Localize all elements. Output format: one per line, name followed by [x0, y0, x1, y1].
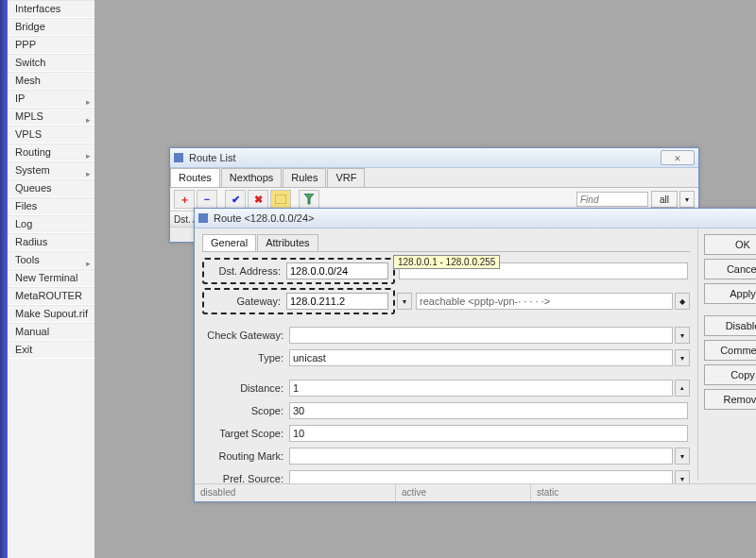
dialog-button-column: OK Cancel Apply Disable Comment Copy Rem… — [697, 228, 756, 480]
gateway-dropdown-toggle[interactable]: ▾ — [397, 293, 412, 310]
filter-button[interactable] — [299, 190, 319, 209]
type-dropdown[interactable]: ▾ — [675, 349, 690, 366]
distance-spinner[interactable]: ▴ — [675, 380, 690, 397]
label-distance: Distance: — [202, 382, 289, 394]
sidebar-item-label: Mesh — [15, 75, 41, 86]
row-routing-mark: Routing Mark: ▾ — [202, 447, 690, 465]
check-gateway-dropdown[interactable]: ▾ — [675, 327, 690, 344]
sidebar-item-make-supout[interactable]: Make Supout.rif — [8, 305, 94, 323]
row-gateway: Gateway: ▾ reachable <pptp-vpn-· · · · ·… — [202, 288, 690, 314]
sidebar-item-routing[interactable]: Routing▸ — [8, 144, 94, 161]
sidebar-item-log[interactable]: Log — [8, 215, 94, 233]
type-select[interactable]: unicast — [289, 349, 673, 366]
sidebar-item-files[interactable]: Files — [8, 197, 94, 215]
ok-button[interactable]: OK — [704, 234, 756, 255]
tab-vrf[interactable]: VRF — [327, 168, 365, 187]
sidebar-item-ppp[interactable]: PPP — [8, 36, 94, 54]
distance-input[interactable]: 1 — [289, 380, 673, 397]
sidebar-item-system[interactable]: System▸ — [8, 161, 94, 179]
sidebar-item-queues[interactable]: Queues — [8, 179, 94, 197]
sidebar-item-label: Radius — [15, 236, 47, 247]
enable-button[interactable]: ✔ — [225, 190, 246, 209]
tab-attributes[interactable]: Attributes — [257, 234, 318, 251]
sidebar-item-label: MetaROUTER — [15, 290, 82, 301]
sidebar-item-label: Queues — [15, 182, 52, 194]
sidebar-item-vpls[interactable]: VPLS — [8, 126, 94, 144]
comment-button[interactable]: Comment — [704, 340, 756, 361]
sidebar-item-label: System — [15, 164, 50, 176]
sidebar-menu: Interfaces Bridge PPP Switch Mesh IP▸ MP… — [8, 0, 95, 558]
disable-button[interactable]: ✖ — [248, 190, 268, 209]
sidebar-item-exit[interactable]: Exit — [8, 341, 94, 359]
routing-mark-dropdown[interactable]: ▾ — [675, 448, 690, 465]
check-gateway-input[interactable] — [289, 327, 673, 344]
note-icon — [275, 194, 286, 204]
apply-button[interactable]: Apply — [704, 283, 756, 304]
row-type: Type: unicast ▾ — [202, 348, 690, 367]
target-scope-input[interactable]: 10 — [289, 425, 688, 442]
dst-address-input[interactable] — [286, 262, 388, 279]
cancel-button[interactable]: Cancel — [704, 259, 756, 279]
window-title: Route <128.0.0.0/24> — [214, 212, 314, 224]
sidebar-item-label: Manual — [15, 326, 49, 337]
label-scope: Scope: — [202, 405, 289, 416]
tab-nexthops[interactable]: Nexthops — [221, 168, 282, 187]
sidebar-item-new-terminal[interactable]: New Terminal — [8, 269, 94, 287]
dst-tooltip: 128.0.0.1 - 128.0.0.255 — [393, 255, 500, 269]
find-area: all ▾ — [576, 191, 695, 208]
sidebar-item-label: PPP — [15, 39, 36, 50]
tab-routes[interactable]: Routes — [170, 168, 220, 187]
dropdown-toggle[interactable]: ▾ — [679, 191, 695, 208]
label-type: Type: — [202, 352, 289, 364]
label-check: Check Gateway: — [202, 330, 289, 341]
sidebar-item-interfaces[interactable]: Interfaces — [8, 0, 94, 18]
sidebar-item-mpls[interactable]: MPLS▸ — [8, 108, 94, 126]
highlight-dst: Dst. Address: — [202, 258, 395, 284]
filter-all-dropdown[interactable]: all — [651, 191, 678, 208]
close-button[interactable]: ⨉ — [661, 150, 695, 165]
sidebar-item-label: New Terminal — [15, 272, 77, 283]
remove-button[interactable]: − — [197, 190, 217, 209]
titlebar-route-dialog[interactable]: Route <128.0.0.0/24> ✕ — [195, 209, 756, 228]
row-scope: Scope: 30 — [202, 401, 690, 420]
copy-button[interactable]: Copy — [704, 364, 756, 385]
sidebar-item-label: VPLS — [15, 128, 42, 140]
sidebar-item-metarouter[interactable]: MetaROUTER — [8, 287, 94, 305]
label-routing-mark: Routing Mark: — [202, 450, 289, 462]
add-button[interactable]: ＋ — [174, 190, 195, 209]
label-dst: Dst. Address: — [207, 265, 286, 277]
status-active: active — [396, 484, 531, 501]
gateway-input[interactable] — [286, 293, 388, 310]
titlebar-route-list[interactable]: Route List ⨉ — [170, 148, 698, 168]
routing-mark-input[interactable] — [289, 448, 673, 465]
sidebar-item-switch[interactable]: Switch — [8, 54, 94, 72]
sidebar-item-tools[interactable]: Tools▸ — [8, 251, 94, 269]
scope-input[interactable]: 30 — [289, 402, 688, 419]
disable-button[interactable]: Disable — [704, 315, 756, 336]
row-check-gateway: Check Gateway: ▾ — [202, 326, 690, 345]
sidebar-item-ip[interactable]: IP▸ — [8, 90, 94, 108]
sidebar-item-radius[interactable]: Radius — [8, 233, 94, 251]
sidebar-item-label: Bridge — [15, 21, 45, 32]
tab-general[interactable]: General — [202, 234, 256, 251]
sidebar-item-bridge[interactable]: Bridge — [8, 18, 94, 36]
sidebar-item-label: Routing — [15, 146, 51, 158]
left-accent-bar — [0, 0, 8, 558]
comment-button[interactable] — [270, 190, 291, 209]
gateway-status: reachable <pptp-vpn-· · · · ·> — [416, 293, 673, 310]
find-input[interactable] — [576, 192, 648, 207]
label-target-scope: Target Scope: — [202, 428, 289, 439]
tab-rules[interactable]: Rules — [283, 168, 326, 187]
sidebar-item-label: Exit — [15, 344, 32, 355]
sidebar-item-manual[interactable]: Manual — [8, 323, 94, 341]
sidebar-item-label: IP — [15, 93, 25, 104]
sidebar-item-mesh[interactable]: Mesh — [8, 72, 94, 90]
svg-rect-0 — [174, 153, 183, 162]
window-route-dialog: Route <128.0.0.0/24> ✕ General Attribute… — [194, 208, 756, 502]
window-icon — [198, 213, 208, 223]
window-icon — [174, 153, 183, 162]
gateway-add-toggle[interactable]: ◆ — [675, 293, 690, 310]
window-title: Route List — [189, 152, 236, 163]
dialog-statusbar: disabled active static — [195, 483, 756, 501]
remove-button[interactable]: Remove — [704, 389, 756, 410]
